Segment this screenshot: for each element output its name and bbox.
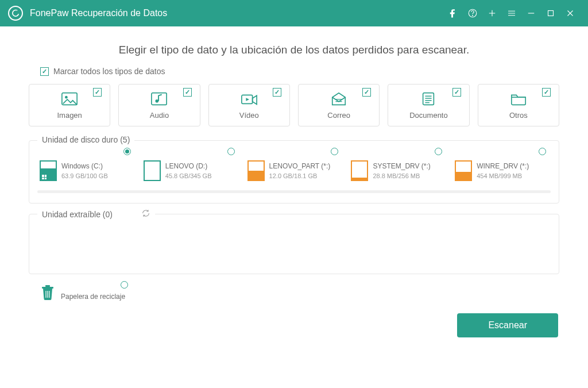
check-all-label: Marcar todos los tipos de datos [53, 67, 165, 76]
close-button[interactable] [560, 0, 580, 26]
drive-item[interactable]: SYSTEM_DRV (*:)28.8 MB/256 MB [349, 157, 447, 185]
drive-size: 28.8 MB/256 MB [373, 172, 430, 179]
drive-icon [40, 160, 57, 181]
refresh-icon[interactable] [141, 209, 150, 220]
ext-section-title: Unidad extraíble (0) [37, 209, 155, 220]
drive-icon [247, 160, 265, 181]
type-checkbox[interactable] [452, 88, 461, 97]
recycle-radio[interactable] [121, 281, 128, 289]
app-logo [8, 6, 23, 21]
type-label: Audio [150, 111, 169, 120]
type-checkbox[interactable] [93, 88, 102, 97]
type-label: Correo [327, 111, 350, 120]
trash-icon [40, 285, 55, 303]
footer: Escanear [29, 313, 559, 337]
help-icon[interactable] [463, 0, 482, 26]
check-all-checkbox[interactable] [40, 67, 49, 76]
drive-radio[interactable] [331, 148, 338, 155]
folder-icon [510, 91, 527, 109]
recycle-bin-option[interactable]: Papelera de reciclaje [40, 285, 155, 303]
facebook-icon[interactable] [443, 0, 463, 26]
drive-size: 454 MB/999 MB [477, 172, 529, 179]
hdd-section-title: Unidad de disco duro (5) [37, 135, 134, 144]
drive-size: 45.8 GB/345 GB [165, 172, 212, 179]
titlebar: FonePaw Recuperación de Datos [0, 0, 588, 26]
ext-section: Unidad extraíble (0) [29, 214, 559, 274]
type-card-mail[interactable]: Correo [298, 84, 380, 126]
drive-size: 63.9 GB/100 GB [61, 172, 108, 179]
minimize-button[interactable] [521, 0, 541, 26]
drive-radio[interactable] [123, 148, 131, 155]
drive-radio[interactable] [227, 148, 235, 155]
drive-item[interactable]: LENOVO (D:)45.8 GB/345 GB [141, 157, 239, 185]
app-title: FonePaw Recuperación de Datos [30, 8, 167, 18]
type-checkbox[interactable] [273, 88, 281, 97]
audio-icon [150, 91, 168, 109]
scan-button[interactable]: Escanear [457, 313, 558, 337]
menu-icon[interactable] [502, 0, 521, 26]
drive-item[interactable]: WINRE_DRV (*:)454 MB/999 MB [452, 157, 551, 185]
type-label: Vídeo [239, 111, 259, 120]
type-checkbox[interactable] [362, 88, 371, 97]
svg-point-1 [473, 15, 473, 16]
drive-item[interactable]: LENOVO_PART (*:)12.0 GB/18.1 GB [245, 157, 343, 185]
video-icon [241, 91, 258, 109]
type-label: Otros [509, 111, 528, 120]
svg-rect-2 [548, 11, 554, 16]
type-grid: Imagen Audio Vídeo Correo Documento Otro… [29, 84, 559, 126]
type-label: Documento [409, 111, 447, 120]
maximize-button[interactable] [541, 0, 560, 26]
page-heading: Elegir el tipo de dato y la ubicación de… [29, 44, 559, 56]
type-card-audio[interactable]: Audio [118, 84, 200, 126]
drive-name: LENOVO_PART (*:) [269, 162, 331, 170]
drive-row: Windows (C:)63.9 GB/100 GBLENOVO (D:)45.… [37, 151, 551, 185]
drive-icon [351, 160, 368, 181]
type-card-image[interactable]: Imagen [29, 84, 110, 126]
svg-point-4 [65, 95, 68, 98]
drive-name: LENOVO (D:) [165, 162, 212, 170]
drive-radio[interactable] [435, 148, 442, 155]
hdd-scrollbar[interactable] [37, 190, 551, 193]
drive-name: WINRE_DRV (*:) [477, 162, 529, 170]
type-card-others[interactable]: Otros [478, 84, 559, 126]
hdd-section: Unidad de disco duro (5) Windows (C:)63.… [29, 140, 559, 203]
image-icon [61, 91, 78, 109]
plus-icon[interactable] [482, 0, 502, 26]
drive-name: Windows (C:) [61, 162, 108, 170]
recycle-label: Papelera de reciclaje [61, 293, 125, 301]
drive-item[interactable]: Windows (C:)63.9 GB/100 GB [37, 157, 136, 185]
svg-rect-9 [42, 287, 53, 289]
check-all-row[interactable]: Marcar todos los tipos de datos [40, 67, 559, 76]
drive-size: 12.0 GB/18.1 GB [269, 172, 331, 179]
mail-icon [330, 91, 347, 109]
drive-radio[interactable] [539, 148, 546, 155]
svg-rect-10 [45, 285, 50, 287]
document-icon [420, 91, 437, 109]
drive-name: SYSTEM_DRV (*:) [373, 162, 430, 170]
type-checkbox[interactable] [183, 88, 192, 97]
type-card-video[interactable]: Vídeo [208, 84, 290, 126]
main-content: Elegir el tipo de dato y la ubicación de… [0, 26, 588, 349]
type-card-document[interactable]: Documento [388, 84, 469, 126]
drive-icon [455, 160, 472, 181]
type-label: Imagen [57, 111, 82, 120]
type-checkbox[interactable] [542, 88, 551, 97]
drive-icon [144, 160, 161, 181]
